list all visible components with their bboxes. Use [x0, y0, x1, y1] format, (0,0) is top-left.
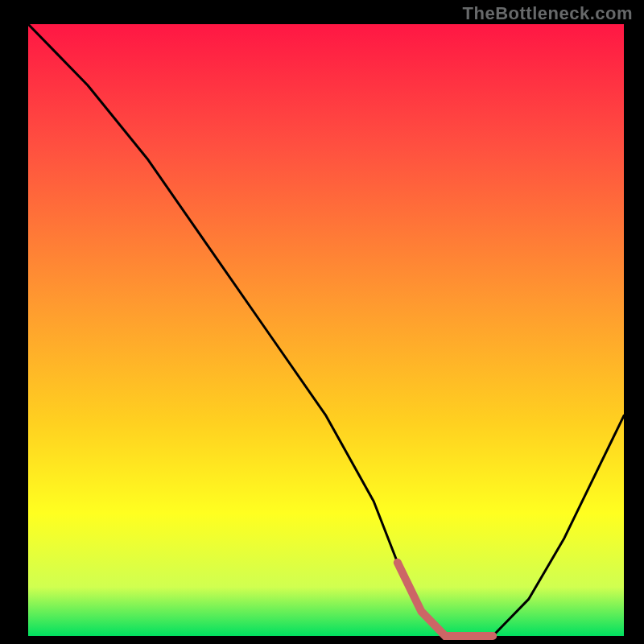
chart-frame: TheBottleneck.com: [0, 0, 644, 644]
bottleneck-chart: [0, 0, 644, 644]
plot-background: [28, 24, 624, 636]
watermark-label: TheBottleneck.com: [463, 3, 633, 24]
